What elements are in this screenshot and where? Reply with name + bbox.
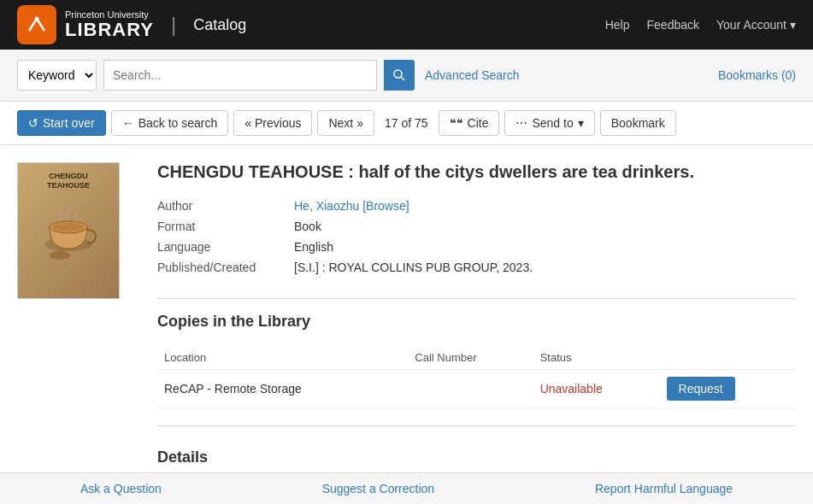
table-row: ReCAP - Remote Storage Unavailable Reque… (157, 370, 796, 408)
header-nav: Help Feedback Your Account ▾ (605, 18, 796, 32)
pagination-info: 17 of 75 (380, 116, 433, 130)
search-type-select[interactable]: Keyword (17, 60, 97, 91)
cite-button[interactable]: ❝❝ Cite (439, 110, 500, 136)
language-row: Language English (157, 237, 796, 257)
cover-title-line1: CHENGDU (49, 172, 88, 181)
send-to-icon: ⋯ (515, 116, 527, 130)
search-input[interactable] (103, 60, 377, 91)
copies-table-header: Location Call Number Status (157, 346, 796, 370)
action-header (660, 346, 796, 370)
ask-question-link[interactable]: Ask a Question (80, 482, 162, 495)
copies-section-title: Copies in the Library (157, 313, 796, 336)
author-link[interactable]: He, Xiaozhu [Browse] (294, 199, 409, 213)
suggest-correction-link[interactable]: Suggest a Correction (322, 482, 435, 495)
account-chevron-icon: ▾ (790, 18, 796, 32)
svg-point-1 (35, 17, 39, 21)
logo-box: Princeton University LIBRARY (17, 5, 154, 44)
bookmark-button[interactable]: Bookmark (600, 110, 676, 136)
site-header: Princeton University LIBRARY | Catalog H… (0, 0, 813, 50)
logo-icon (17, 5, 56, 44)
toolbar: ↺ Start over ← Back to search « Previous… (0, 102, 813, 145)
copy-status: Unavailable (533, 370, 660, 408)
svg-point-2 (394, 70, 402, 78)
separator (157, 298, 796, 299)
send-to-label: Send to (532, 116, 573, 130)
book-cover-area: CHENGDU TEAHOUSE (17, 162, 137, 504)
start-over-icon: ↺ (28, 116, 38, 130)
back-to-search-button[interactable]: ← Back to search (111, 110, 229, 136)
cite-icon: ❝❝ (450, 116, 463, 130)
copies-table: Location Call Number Status ReCAP - Remo… (157, 346, 796, 408)
svg-point-7 (50, 251, 70, 260)
report-harmful-link[interactable]: Report Harmful Language (595, 482, 733, 495)
next-button[interactable]: Next » (317, 110, 374, 136)
book-details: CHENGDU TEAHOUSE : half of the citys dwe… (157, 162, 796, 504)
format-value: Book (294, 216, 796, 237)
language-value: English (294, 237, 796, 257)
your-account-link[interactable]: Your Account (716, 18, 786, 32)
cover-art-svg (34, 197, 103, 266)
book-cover-image: CHENGDU TEAHOUSE (17, 162, 120, 299)
published-label: Published/Created (157, 257, 294, 278)
start-over-label: Start over (43, 116, 95, 130)
author-label: Author (157, 196, 294, 216)
previous-button[interactable]: « Previous (233, 110, 312, 136)
help-link[interactable]: Help (605, 18, 630, 32)
main-content: CHENGDU TEAHOUSE (0, 145, 813, 504)
request-button[interactable]: Request (667, 377, 735, 401)
details-section-title: Details (157, 448, 796, 472)
svg-rect-0 (24, 12, 50, 38)
logo-text: Princeton University LIBRARY (65, 9, 154, 40)
logo-big-text: LIBRARY (65, 20, 154, 40)
send-to-button[interactable]: ⋯ Send to ▾ (504, 110, 594, 136)
back-arrow-icon: ← (122, 116, 134, 130)
cover-title-line2: TEAHOUSE (47, 181, 90, 190)
feedback-link[interactable]: Feedback (647, 18, 699, 32)
catalog-label: Catalog (193, 16, 246, 34)
advanced-search-link[interactable]: Advanced Search (425, 68, 520, 82)
svg-point-6 (53, 223, 84, 231)
bookmark-label: Bookmark (611, 116, 665, 130)
bookmarks-link[interactable]: Bookmarks (0) (718, 68, 796, 82)
copy-action: Request (660, 370, 796, 408)
send-to-chevron: ▾ (578, 116, 584, 130)
svg-line-3 (401, 77, 404, 80)
published-row: Published/Created [S.I.] : ROYAL COLLINS… (157, 257, 796, 278)
location-header: Location (157, 346, 408, 370)
format-row: Format Book (157, 216, 796, 237)
status-header: Status (533, 346, 660, 370)
cite-label: Cite (468, 116, 489, 130)
page-footer: Ask a Question Suggest a Correction Repo… (0, 472, 813, 504)
author-value: He, Xiaozhu [Browse] (294, 196, 796, 216)
start-over-button[interactable]: ↺ Start over (17, 110, 106, 136)
metadata-table: Author He, Xiaozhu [Browse] Format Book … (157, 196, 796, 278)
copy-location: ReCAP - Remote Storage (157, 370, 408, 408)
next-label: Next » (328, 116, 362, 130)
format-label: Format (157, 216, 294, 237)
call-number-header: Call Number (408, 346, 533, 370)
search-bar: Keyword Advanced Search Bookmarks (0) (0, 50, 813, 102)
author-row: Author He, Xiaozhu [Browse] (157, 196, 796, 216)
header-divider: | (171, 13, 176, 37)
header-left: Princeton University LIBRARY | Catalog (17, 5, 246, 44)
book-title: CHENGDU TEAHOUSE : half of the citys dwe… (157, 162, 796, 182)
published-value: [S.I.] : ROYAL COLLINS PUB GROUP, 2023. (294, 257, 796, 278)
separator2 (157, 425, 796, 426)
previous-label: « Previous (244, 116, 301, 130)
language-label: Language (157, 237, 294, 257)
copy-call-number (408, 370, 533, 408)
account-menu[interactable]: Your Account ▾ (716, 18, 796, 32)
back-to-search-label: Back to search (138, 116, 218, 130)
search-button[interactable] (384, 60, 415, 91)
